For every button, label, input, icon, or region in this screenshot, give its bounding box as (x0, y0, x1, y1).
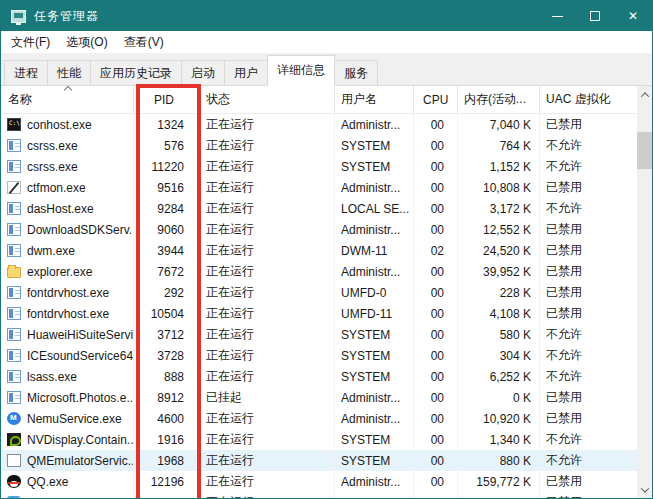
menu-file[interactable]: 文件(F) (3, 32, 58, 53)
cell-cpu: 00 (414, 156, 458, 177)
column-header-label: UAC 虚拟化 (546, 91, 611, 108)
cell-status: 正在运行 (200, 492, 335, 498)
table-header: 名称PID状态用户名CPU内存(活动...UAC 虚拟化 (2, 86, 639, 114)
table-row[interactable]: NVDisplay.Contain..1916正在运行SYSTEM001,340… (2, 429, 639, 450)
close-button[interactable]: ✕ (614, 1, 652, 31)
cell-pid: 10504 (134, 303, 200, 324)
scrollbar-thumb[interactable] (637, 132, 652, 169)
process-name: explorer.exe (27, 265, 92, 279)
process-name: NemuService.exe (27, 412, 122, 426)
process-name: QQ.exe (27, 475, 68, 489)
cell-mem: 764 K (458, 135, 540, 156)
process-name: dasHost.exe (27, 202, 94, 216)
cell-pid: 11220 (134, 156, 200, 177)
column-header-user[interactable]: 用户名 (335, 86, 414, 113)
process-name: QMEmulatorServic.. (27, 454, 134, 468)
cell-user: SYSTEM (335, 135, 414, 156)
table-row[interactable]: ICEsoundService64..3728正在运行SYSTEM00304 K… (2, 345, 639, 366)
generic-icon (7, 244, 21, 257)
cell-uac: 已禁用 (540, 303, 639, 324)
cell-status: 正在运行 (200, 303, 335, 324)
title-bar: 任务管理器 ✕ (1, 1, 652, 31)
column-header-cpu[interactable]: CPU (414, 86, 458, 113)
column-header-label: 状态 (206, 91, 230, 108)
cell-cpu: 06 (414, 492, 458, 498)
cell-mem: 3,172 K (458, 198, 540, 219)
cell-status: 正在运行 (200, 198, 335, 219)
tab-performance[interactable]: 性能 (48, 60, 91, 86)
generic-icon (7, 139, 21, 152)
scroll-down-button[interactable] (637, 481, 652, 498)
cell-uac: 已禁用 (540, 261, 639, 282)
cell-user: SYSTEM (335, 324, 414, 345)
cell-name: fontdrvhost.exe (2, 303, 134, 324)
cell-uac: 不允许 (540, 345, 639, 366)
table-row[interactable]: QMEmulatorServic..1968正在运行SYSTEM00880 K不… (2, 450, 639, 471)
cell-cpu: 00 (414, 408, 458, 429)
table-row[interactable]: dwm.exe3944正在运行DWM-110224,520 K已禁用 (2, 240, 639, 261)
cell-status: 正在运行 (200, 135, 335, 156)
table-row[interactable]: ctfmon.exe9516正在运行Administr...0010,808 K… (2, 177, 639, 198)
vertical-scrollbar[interactable] (637, 86, 652, 498)
cell-status: 正在运行 (200, 450, 335, 471)
tab-startup[interactable]: 启动 (182, 60, 225, 86)
table-row[interactable]: HuaweiHiSuiteServi..3712正在运行SYSTEM00580 … (2, 324, 639, 345)
cell-pid: 9516 (134, 177, 200, 198)
tab-processes[interactable]: 进程 (4, 60, 48, 86)
process-name: dwm.exe (27, 244, 75, 258)
cell-name: ICEsoundService64.. (2, 345, 134, 366)
column-header-status[interactable]: 状态 (200, 86, 335, 113)
table-row[interactable]: DownloadSDKServ..9060正在运行Administr...001… (2, 219, 639, 240)
tab-details[interactable]: 详细信息 (267, 55, 335, 86)
column-header-uac[interactable]: UAC 虚拟化 (540, 86, 639, 113)
tab-services[interactable]: 服务 (335, 60, 378, 86)
tab-app-history[interactable]: 应用历史记录 (91, 60, 182, 86)
table-row[interactable]: conhost.exe1324正在运行Administr...007,040 K… (2, 114, 639, 135)
column-header-pid[interactable]: PID (134, 86, 200, 113)
process-name: ctfmon.exe (27, 181, 86, 195)
tab-users[interactable]: 用户 (225, 60, 268, 86)
cell-status: 正在运行 (200, 261, 335, 282)
process-name: Microsoft.Photos.e.. (27, 391, 133, 405)
table-row[interactable]: NemuService.exe4600正在运行Administr...0010,… (2, 408, 639, 429)
table-row[interactable]: QQ.exe12196正在运行Administr...00159,772 K已禁… (2, 471, 639, 492)
cell-user: Administr... (335, 219, 414, 240)
column-header-name[interactable]: 名称 (2, 86, 134, 113)
table-row[interactable]: explorer.exe7672正在运行Administr...0039,952… (2, 261, 639, 282)
menu-view[interactable]: 查看(V) (116, 32, 172, 53)
table-row[interactable]: QQLive.exe752正在运行Administr...06207,320 K… (2, 492, 639, 498)
cell-name: QQ.exe (2, 471, 134, 492)
table-row[interactable]: dasHost.exe9284正在运行LOCAL SE...003,172 K不… (2, 198, 639, 219)
cell-uac: 不允许 (540, 429, 639, 450)
table-row[interactable]: fontdrvhost.exe10504正在运行UMFD-11004,108 K… (2, 303, 639, 324)
menu-options[interactable]: 选项(O) (58, 32, 115, 53)
details-table: 名称PID状态用户名CPU内存(活动...UAC 虚拟化 conhost.exe… (1, 86, 652, 498)
pen-icon (7, 181, 21, 194)
maximize-button[interactable] (576, 1, 614, 31)
cell-uac: 已禁用 (540, 114, 639, 135)
generic-icon (7, 202, 21, 215)
cell-mem: 159,772 K (458, 471, 540, 492)
cell-cpu: 00 (414, 282, 458, 303)
cell-cpu: 00 (414, 345, 458, 366)
minimize-button[interactable] (538, 1, 576, 31)
cell-status: 正在运行 (200, 366, 335, 387)
cell-name: dasHost.exe (2, 198, 134, 219)
scroll-up-button[interactable] (637, 86, 652, 103)
cell-user: Administr... (335, 114, 414, 135)
table-row[interactable]: csrss.exe11220正在运行SYSTEM001,152 K不允许 (2, 156, 639, 177)
generic-icon (7, 370, 21, 383)
cell-user: Administr... (335, 261, 414, 282)
cell-uac: 已禁用 (540, 387, 639, 408)
column-header-mem[interactable]: 内存(活动... (458, 86, 540, 113)
table-row[interactable]: Microsoft.Photos.e..8912已挂起Administr...0… (2, 387, 639, 408)
cell-mem: 10,808 K (458, 177, 540, 198)
cell-pid: 3728 (134, 345, 200, 366)
qq-icon (7, 475, 21, 488)
cell-user: SYSTEM (335, 366, 414, 387)
table-row[interactable]: csrss.exe576正在运行SYSTEM00764 K不允许 (2, 135, 639, 156)
cell-name: csrss.exe (2, 135, 134, 156)
table-row[interactable]: fontdrvhost.exe292正在运行UMFD-000228 K已禁用 (2, 282, 639, 303)
table-body: conhost.exe1324正在运行Administr...007,040 K… (2, 114, 639, 498)
table-row[interactable]: lsass.exe888正在运行SYSTEM006,252 K不允许 (2, 366, 639, 387)
